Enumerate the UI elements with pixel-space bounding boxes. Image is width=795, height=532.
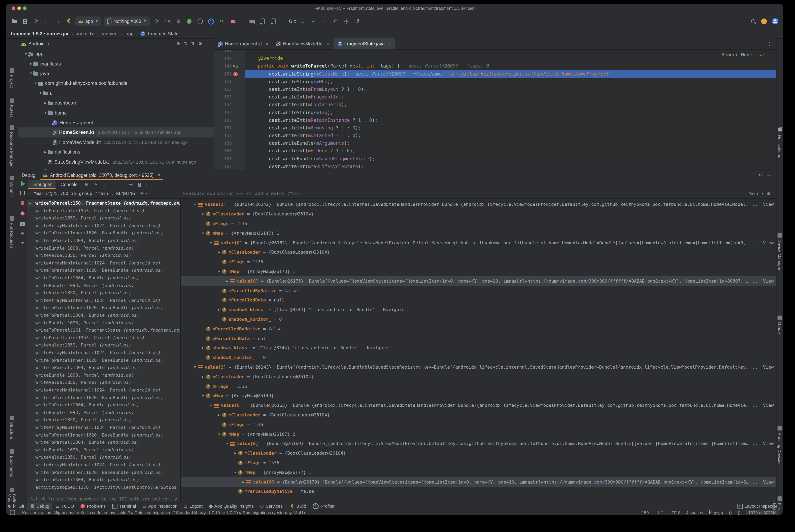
tool-strip-commit[interactable]: Commit [10, 182, 14, 196]
build-icon[interactable] [65, 17, 72, 25]
stop-icon[interactable] [21, 202, 24, 206]
profileable-icon[interactable]: ✂ [218, 17, 226, 25]
stack-frame[interactable]: writeToParcelInner:1620, BaseBundle (and… [27, 469, 180, 476]
project-view-selector[interactable]: Android [29, 41, 44, 46]
tree-item-ui[interactable]: ▼ui [18, 88, 214, 98]
close-tab-icon[interactable]: ✕ [326, 42, 329, 46]
variable-row-mFlags[interactable]: fmFlags = 1536 [181, 381, 776, 391]
variable-row-mFlags[interactable]: fmFlags = 1536 [181, 420, 776, 430]
encoding[interactable]: UTF-8 [668, 510, 681, 515]
variable-row-value[1][interactable]: ▼value[1] = {Bundle@26142} "Bundle[{andr… [181, 200, 776, 209]
tool-strip-pull-requests[interactable]: Pull Requests [10, 223, 14, 249]
evaluate-expression-input[interactable]: Evaluate expression (⏎) or add a watch (… [183, 191, 300, 196]
close-tab-icon[interactable]: ✕ [265, 42, 269, 46]
stack-frame[interactable]: writeToParcelInner:1620, BaseBundle (and… [27, 230, 180, 237]
tool-strip-project[interactable]: Project [10, 75, 14, 88]
add-watch-icon[interactable]: ⊕ [767, 191, 771, 196]
step-out-icon[interactable]: ↑ [118, 182, 125, 187]
force-step-into-icon[interactable]: ↓ [109, 182, 116, 187]
debug-hide-icon[interactable]: — [767, 172, 771, 178]
stop-icon[interactable] [229, 17, 237, 25]
save-icon[interactable] [21, 17, 29, 25]
debug-icon[interactable] [185, 17, 193, 25]
variable-row-mClassLoader[interactable]: ▶fmClassLoader = {BootClassLoader@26104} [181, 449, 776, 458]
debugger-settings-icon[interactable]: ⚙ [21, 231, 24, 236]
tool-window-button-build[interactable]: Build [286, 502, 309, 510]
breadcrumb-item[interactable]: fragment [101, 31, 119, 36]
device-icon[interactable]: ▯ [738, 510, 740, 515]
stack-frame[interactable]: writeArrayMapInternal:1024, Parcel (andr… [27, 297, 180, 304]
status-message[interactable]: Kotlin migration: Migrations for Kotlin … [22, 510, 305, 515]
close-session-icon[interactable]: ✕ [157, 173, 161, 177]
stack-frame[interactable]: writeBundle:1093, Parcel (android.os) [27, 245, 180, 252]
stack-frame[interactable]: writeArrayMapInternal:1024, Parcel (andr… [27, 387, 180, 394]
apply-changes-icon[interactable]: ↻A [163, 17, 171, 25]
stack-frame[interactable]: writeToParcel:1304, Bundle (android.os) [27, 274, 180, 282]
breadcrumb-item[interactable]: androidx [76, 31, 93, 36]
step-over-icon[interactable]: ↷ [92, 182, 99, 187]
tree-item-home[interactable]: ▼home [18, 108, 214, 118]
override-marker-icon[interactable]: @ [233, 64, 238, 68]
breakpoint-icon[interactable]: ✓ [233, 72, 238, 76]
stack-frame[interactable]: ↩writeToParcel:150, FragmentState (andro… [27, 200, 180, 207]
variable-row-mParcelledData[interactable]: fmParcelledData = null [181, 334, 776, 343]
stack-frame[interactable]: writeToParcel:1304, Bundle (android.os) [27, 439, 180, 446]
breakpoint-mute-icon[interactable]: ✓ [29, 191, 31, 196]
variable-row-value[0][interactable]: ▼value[0] = {Bundle@26165} "Bundle[{andr… [181, 401, 776, 411]
layout-settings-icon[interactable]: ≡ [83, 182, 90, 187]
tab-console[interactable]: Console [57, 180, 81, 189]
variable-row-value[0][interactable]: ▶value[0] = {Bundle@26179} "Bundle[{valu… [181, 477, 776, 487]
more-icon[interactable]: ≔ [145, 182, 152, 187]
view-link[interactable]: ... View [750, 202, 776, 207]
evaluate-language[interactable]: Java [748, 191, 758, 196]
stack-frame[interactable]: writeBundle:1093, Parcel (android.os) [27, 282, 180, 289]
stack-frame[interactable]: writeToParcelInner:1620, BaseBundle (and… [27, 394, 180, 402]
stack-frame[interactable]: writeValue:1850, Parcel (android.os) [27, 289, 180, 297]
indent-setting[interactable]: 4 spaces [686, 510, 703, 515]
view-link[interactable]: ... View [750, 240, 776, 245]
variable-row-mMap[interactable]: ▼fmMap = {ArrayMap@26167} 2 [181, 429, 776, 439]
resume-icon[interactable]: ▐▶ [19, 181, 25, 186]
stack-frame[interactable]: writeValue:1859, Parcel (android.os) [27, 215, 180, 222]
variable-row-mParcelledByNative[interactable]: fmParcelledByNative = false [181, 286, 776, 296]
editor-tab-HomeViewModel.kt[interactable]: HomeViewModel.kt✕ [273, 38, 333, 50]
profile-icon[interactable] [207, 17, 215, 25]
stack-frame[interactable]: writeValue:1850, Parcel (android.os) [27, 379, 180, 387]
variable-row-shadow$_monitor_[interactable]: fshadow$_monitor_ = 0 [181, 315, 776, 324]
tool-strip-resource-manager[interactable]: Resource Manager [10, 132, 14, 168]
sdk-manager-icon[interactable] [259, 17, 267, 25]
view-link[interactable]: ... View [750, 279, 776, 284]
apply-code-changes-icon[interactable]: ≣ [174, 17, 182, 25]
stack-frame[interactable]: writeArrayMapInternal:1024, Parcel (andr… [27, 222, 180, 230]
stack-frame[interactable]: writeBundle:1093, Parcel (android.os) [27, 372, 180, 379]
tool-strip-structure[interactable]: Structure [10, 422, 14, 439]
stack-frame[interactable]: writeToParcel:1304, Bundle (android.os) [27, 237, 180, 245]
search-icon[interactable] [749, 17, 757, 25]
stack-frame[interactable]: writeArrayMapInternal:1024, Parcel (andr… [27, 461, 180, 469]
tool-strip-icon[interactable] [10, 216, 14, 221]
tool-strip-icon[interactable] [10, 488, 14, 492]
tab-debugger[interactable]: Debugger [28, 180, 55, 189]
run-to-cursor-icon[interactable]: ⇥ [127, 182, 134, 187]
tool-strip-icon[interactable] [777, 233, 782, 238]
git-commit-icon[interactable]: ✓ [310, 17, 318, 25]
reader-mode-toggle[interactable]: Reader Mode✓✓ [722, 52, 765, 57]
hotswap-icon[interactable] [20, 211, 24, 216]
variable-row-value[0][interactable]: ▼value[0] = {Bundle@26169} "Bundle[{andr… [181, 439, 776, 449]
git-history-icon[interactable]: ◷ [342, 17, 350, 25]
variable-row-shadow$_monitor_[interactable]: fshadow$_monitor_ = 0 [181, 353, 776, 363]
stack-frame[interactable]: writeParcelable:1953, Parcel (android.os… [27, 335, 180, 342]
close-tab-icon[interactable]: ✕ [388, 42, 391, 46]
avatar[interactable] [771, 17, 779, 25]
tool-strip-icon[interactable] [777, 316, 782, 320]
tree-item-HomeFragment[interactable]: CHomeFragment [18, 118, 214, 128]
editor-options-icon[interactable]: ⋮ [767, 41, 776, 46]
pin-icon[interactable]: ⊼ [21, 242, 24, 246]
tool-strip-icon[interactable] [10, 68, 14, 73]
breadcrumb-item[interactable]: fragment-1.5.3-sources.jar [11, 31, 69, 36]
variable-row-mMap[interactable]: ▼fmMap = {ArrayMap@26149} 1 [181, 391, 776, 401]
variable-row-mMap[interactable]: ▼fmMap = {ArrayMap@26173} 1 [181, 267, 776, 277]
stack-frame[interactable]: writeBundle:1093, Parcel (android.os) [27, 319, 180, 327]
stack-frame[interactable]: writeToParcel:1304, Bundle (android.os) [27, 364, 180, 372]
view-link[interactable]: ... View [750, 479, 776, 484]
